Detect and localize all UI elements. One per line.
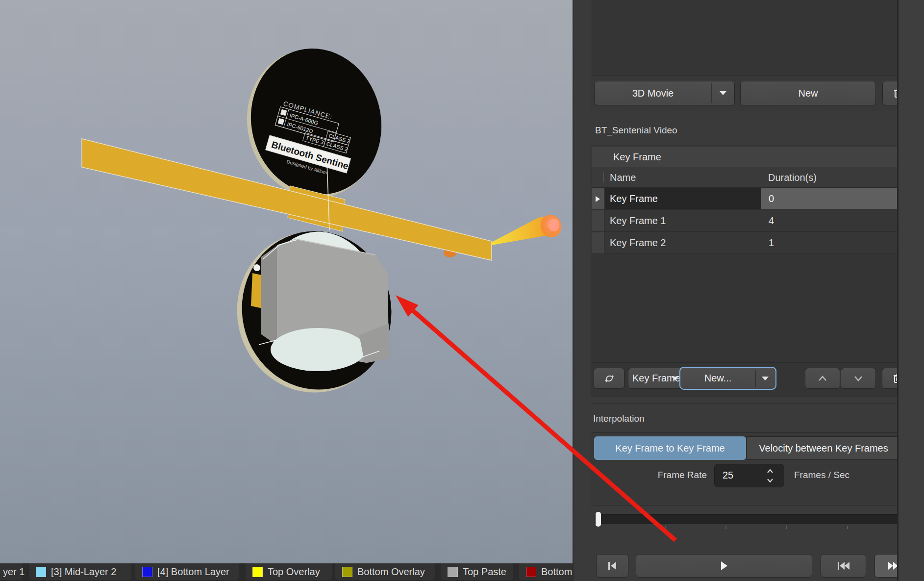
tab-velocity-between-keyframes[interactable]: Velocity between Key Frames [746, 436, 897, 460]
layer-tab-label: [4] Bottom Layer [157, 566, 229, 578]
movie-type-label: 3D Movie [595, 88, 711, 99]
layer-tab-label: Bottom [541, 566, 572, 578]
delete-keyframe-button[interactable] [882, 368, 897, 389]
keyframe-row[interactable]: Key Frame 2 1 [592, 232, 897, 254]
interpolation-title: Interpolation [593, 413, 645, 424]
new-keyframe-label: New... [680, 373, 755, 384]
move-keyframe-down-button[interactable] [841, 368, 876, 389]
layer-tab-top-paste[interactable]: Top Paste [441, 563, 513, 580]
timeline-tick [725, 526, 726, 529]
chevron-down-icon [720, 91, 726, 95]
timeline-tick [786, 526, 787, 529]
keyframes-group: Key Frame Name Duration(s) Key Frame 0 K… [591, 146, 897, 397]
panel-right-gutter [899, 0, 924, 581]
layer-color-swatch [36, 567, 46, 577]
pcb-3d-scene: COMPLIANCE: IPC-A-600G IPC-6012D TYPE 3 … [0, 0, 573, 581]
timeline-slider-handle[interactable] [596, 512, 601, 527]
layer-color-swatch [142, 567, 152, 577]
column-duration[interactable]: Duration(s) [768, 167, 817, 188]
component-box-side [261, 246, 277, 345]
keyframe-name-cell[interactable]: Key Frame 1 [605, 210, 761, 232]
timeline-tick [665, 526, 666, 529]
keyframe-row[interactable]: Key Frame 0 [592, 188, 897, 210]
keyframe-name-cell[interactable]: Key Frame 2 [605, 232, 761, 254]
tab-label: Key Frame to Key Frame [615, 443, 724, 454]
rewind-button[interactable] [821, 554, 866, 578]
layer-tab-label: Bottom Overlay [357, 566, 425, 578]
frame-rate-label: Frame Rate [623, 470, 707, 480]
trash-icon [894, 88, 897, 98]
fast-forward-button[interactable] [874, 554, 897, 578]
fast-forward-icon [888, 561, 897, 571]
timeline-slider-track[interactable] [595, 514, 897, 524]
pcb-3d-viewport[interactable]: COMPLIANCE: IPC-A-600G IPC-6012D TYPE 3 … [0, 0, 573, 581]
keyframe-duration-cell[interactable]: 4 [761, 210, 897, 232]
video-title: BT_Sentenial Video [595, 125, 677, 136]
keyframes-title: Key Frame [613, 152, 661, 163]
trash-icon [893, 374, 897, 383]
row-selector-cell[interactable] [592, 188, 604, 210]
movie-type-dropdown[interactable]: 3D Movie [594, 81, 735, 105]
timeline-tick [847, 526, 848, 529]
row-selector-cell[interactable] [592, 210, 604, 232]
column-name[interactable]: Name [610, 167, 636, 188]
chevron-down-icon [851, 374, 865, 383]
chevron-down-icon [672, 377, 678, 380]
rewind-icon [837, 561, 850, 571]
selected-row-marker-icon [596, 196, 600, 202]
keyframe-type-dropdown[interactable]: Key Frame [628, 368, 684, 389]
bottom-board-disk [222, 217, 406, 406]
layer-tab-bar: yer 1 [3] Mid-Layer 2 [4] Bottom Layer T… [0, 563, 573, 581]
layer-tab-label: yer 1 [3, 566, 25, 578]
pcb-3d-movie-editor-panel: 3D Movie New BT_Sentenial Video Key Fram… [573, 0, 924, 581]
timeline-group [591, 505, 897, 548]
keyframes-column-header: Name Duration(s) [592, 167, 897, 188]
frame-rate-spinner[interactable]: 25 [714, 464, 784, 487]
play-icon [720, 561, 728, 571]
skip-to-start-button[interactable] [596, 554, 628, 578]
new-keyframe-button[interactable]: New... [679, 367, 776, 390]
layer-color-swatch [448, 567, 458, 577]
antenna-glow-cone [492, 212, 565, 245]
panel-content: 3D Movie New BT_Sentenial Video Key Fram… [574, 0, 897, 581]
keyframe-row[interactable]: Key Frame 1 4 [592, 210, 897, 232]
layer-tab-mid-layer-2[interactable]: [3] Mid-Layer 2 [29, 563, 131, 580]
tab-label: Velocity between Key Frames [759, 443, 888, 454]
sync-keyframe-button[interactable] [594, 368, 624, 389]
movie-list-empty[interactable] [592, 0, 897, 76]
layer-color-swatch [342, 567, 352, 577]
delete-movie-button[interactable] [882, 81, 897, 105]
spinner-down-icon[interactable] [766, 477, 774, 484]
layer-tab-mid-layer-1[interactable]: yer 1 [0, 563, 23, 580]
frame-rate-unit: Frames / Sec [794, 470, 849, 480]
layer-tab-label: Top Paste [463, 566, 506, 578]
spinner-up-icon[interactable] [766, 468, 774, 475]
layer-tab-bottom-layer[interactable]: [4] Bottom Layer [135, 563, 239, 580]
skip-to-start-icon [606, 561, 618, 571]
layer-tab-top-overlay[interactable]: Top Overlay [246, 563, 332, 580]
layer-tab-label: Top Overlay [268, 566, 320, 578]
tab-keyframe-to-keyframe[interactable]: Key Frame to Key Frame [594, 436, 746, 460]
layer-tab-label: [3] Mid-Layer 2 [51, 566, 116, 578]
mounting-hole [253, 264, 260, 271]
layer-color-swatch [526, 567, 536, 577]
chevron-up-icon [816, 374, 829, 383]
layer-color-swatch [252, 567, 263, 577]
move-keyframe-up-button[interactable] [805, 368, 840, 389]
new-movie-button[interactable]: New [740, 81, 876, 105]
sync-icon [604, 373, 615, 384]
play-button[interactable] [636, 554, 812, 578]
new-movie-label: New [798, 88, 818, 99]
layer-tab-bottom-paste[interactable]: Bottom [519, 563, 573, 580]
row-selector-cell[interactable] [592, 232, 604, 254]
frame-rate-value[interactable]: 25 [723, 470, 733, 481]
chevron-down-icon [762, 377, 769, 380]
layer-tab-bottom-overlay[interactable]: Bottom Overlay [335, 563, 435, 580]
keyframe-name-cell[interactable]: Key Frame [605, 188, 761, 210]
keyframe-duration-cell[interactable]: 0 [761, 188, 897, 210]
keyframe-duration-cell[interactable]: 1 [761, 232, 897, 254]
